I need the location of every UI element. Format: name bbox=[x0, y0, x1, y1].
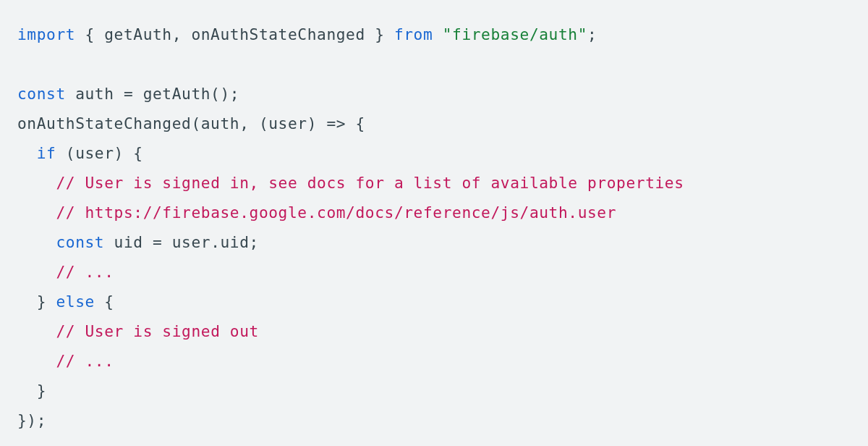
code-token: // User is signed in, see docs for a lis… bbox=[56, 174, 684, 192]
code-token: const bbox=[17, 85, 66, 103]
code-token: // User is signed out bbox=[56, 322, 258, 340]
code-token: "firebase/auth" bbox=[443, 25, 587, 43]
code-token bbox=[17, 322, 56, 340]
code-token bbox=[17, 203, 56, 222]
code-token bbox=[17, 263, 56, 281]
code-token: }); bbox=[17, 411, 46, 429]
code-token: onAuthStateChanged(auth, (user) => { bbox=[17, 114, 365, 132]
code-token: // ... bbox=[56, 263, 114, 281]
code-token: ; bbox=[587, 25, 597, 43]
code-token bbox=[17, 174, 56, 192]
code-token bbox=[17, 144, 37, 162]
code-token: // https://firebase.google.com/docs/refe… bbox=[56, 203, 616, 222]
code-token: } bbox=[17, 382, 46, 400]
code-token: { bbox=[95, 293, 114, 311]
code-token: (user) { bbox=[56, 144, 142, 162]
code-token: const bbox=[56, 233, 104, 251]
code-token: if bbox=[37, 144, 56, 162]
code-token: auth = getAuth(); bbox=[66, 85, 239, 103]
code-token: } bbox=[17, 293, 56, 311]
code-token bbox=[433, 25, 442, 43]
code-token bbox=[17, 233, 56, 251]
code-block[interactable]: import { getAuth, onAuthStateChanged } f… bbox=[0, 0, 868, 446]
code-token bbox=[17, 352, 56, 370]
code-token: { getAuth, onAuthStateChanged } bbox=[75, 25, 394, 43]
code-token: // ... bbox=[56, 352, 114, 370]
code-token: else bbox=[56, 293, 94, 311]
code-token: uid = user.uid; bbox=[104, 233, 259, 251]
code-token: from bbox=[394, 25, 433, 43]
code-content: import { getAuth, onAuthStateChanged } f… bbox=[17, 25, 684, 429]
code-token: import bbox=[17, 25, 75, 43]
